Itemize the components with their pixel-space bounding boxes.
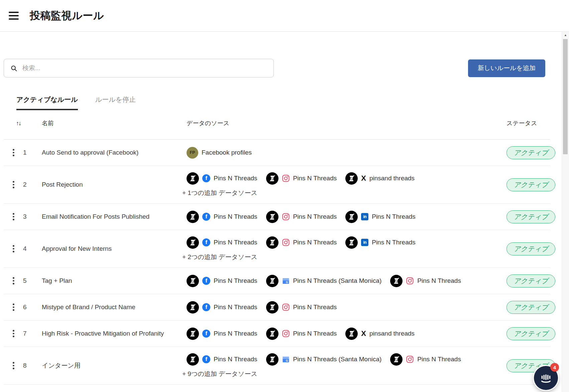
row-number: 2	[23, 181, 36, 188]
data-source: X pinsand threads	[345, 172, 415, 185]
pins-n-threads-avatar	[266, 236, 278, 249]
row-menu-button[interactable]	[13, 361, 21, 371]
table-row[interactable]: 4 Approval for New Interns	[4, 230, 550, 268]
row-number: 7	[23, 330, 36, 337]
data-source-label: Pins N Threads	[293, 175, 337, 182]
pins-n-threads-avatar	[345, 211, 358, 223]
status-badge: アクティブ	[506, 274, 555, 287]
facebook-icon: f	[202, 330, 210, 338]
facebook-icon: f	[202, 355, 210, 363]
table-row[interactable]: 3 Email Notification For Posts Published	[4, 204, 550, 230]
table-row[interactable]: 5 Tag + Plan	[4, 268, 550, 294]
data-source: Pins N Threads	[266, 236, 337, 249]
row-menu-button[interactable]	[13, 212, 21, 222]
row-menu-button[interactable]	[13, 276, 21, 286]
data-source-label: Pins N Threads	[214, 175, 257, 182]
chat-unread-badge: 4	[550, 363, 559, 372]
sort-icon[interactable]: ↑↓	[16, 120, 36, 127]
rule-status-cell: アクティブ	[499, 146, 550, 159]
rule-status-cell: アクティブ	[499, 327, 550, 340]
tab-stopped-rules[interactable]: ルールを停止	[95, 95, 136, 110]
row-menu-button[interactable]	[13, 148, 21, 158]
status-badge: アクティブ	[506, 301, 555, 314]
data-source-label: Facebook profiles	[202, 149, 252, 156]
table-row[interactable]: 6 Mistype of Brand / Product Name	[4, 294, 550, 321]
pins-n-threads-avatar	[266, 353, 278, 366]
data-source-label: Pins N Threads (Santa Monica)	[293, 277, 382, 284]
pins-n-threads-avatar	[266, 275, 278, 287]
pins-n-threads-avatar	[266, 172, 278, 185]
instagram-icon	[406, 277, 414, 285]
instagram-icon	[282, 213, 290, 221]
search-box[interactable]	[4, 59, 274, 77]
data-source: Pins N Threads	[266, 211, 337, 223]
facebook-icon: f	[202, 303, 210, 311]
rule-status-cell: アクティブ	[499, 242, 550, 255]
scrollbar: ▲	[562, 32, 569, 392]
status-badge: アクティブ	[506, 178, 555, 191]
rule-name: Auto Send to approval (Facebook)	[36, 149, 182, 156]
hamburger-menu-icon[interactable]	[9, 12, 19, 20]
row-menu-button[interactable]	[13, 180, 21, 190]
data-source-label: Pins N Threads (Santa Monica)	[293, 356, 382, 363]
facebook-icon: f	[202, 277, 210, 285]
row-number: 1	[23, 149, 36, 156]
row-number: 6	[23, 304, 36, 311]
pins-n-threads-avatar	[187, 328, 199, 340]
rule-status-cell: アクティブ	[499, 210, 550, 223]
row-number: 3	[23, 213, 36, 220]
rule-status-cell: アクティブ	[499, 301, 550, 314]
pins-n-threads-avatar	[187, 211, 199, 223]
tab-active-rules[interactable]: アクティブなルール	[16, 95, 78, 110]
rule-name: Mistype of Brand / Product Name	[36, 304, 182, 311]
data-source-label: Pins N Threads	[417, 277, 461, 284]
google-business-icon: G	[282, 355, 290, 363]
row-number: 8	[23, 362, 36, 369]
column-header-name: 名前	[36, 119, 182, 127]
rule-sources-cell: f Pins N Threads	[182, 353, 499, 378]
linkedin-icon: in	[361, 213, 368, 220]
table-row[interactable]: 1 Auto Send to approval (Facebook) FP Fa…	[4, 140, 550, 166]
rule-sources-cell: f Pins N Threads	[182, 211, 499, 223]
search-input[interactable]	[22, 64, 267, 72]
x-icon: X	[361, 329, 366, 338]
rule-sources-cell: f Pins N Threads	[182, 275, 499, 287]
rule-name: Post Rejection	[36, 181, 182, 188]
table-row[interactable]: 7 High Risk - Proactive Mitigation of Pr…	[4, 321, 550, 347]
row-menu-button[interactable]	[13, 244, 21, 254]
data-source: Pins N Threads	[266, 172, 337, 185]
instagram-icon	[282, 174, 290, 182]
toolbar: 新しいルールを追加	[4, 59, 550, 77]
data-source-label: Pins N Threads	[214, 213, 257, 220]
table-row[interactable]: 2 Post Rejection	[4, 166, 550, 204]
table-row[interactable]: 8 インターン用	[4, 347, 550, 385]
add-rule-button[interactable]: 新しいルールを追加	[468, 59, 545, 77]
data-source-label: Pins N Threads	[214, 304, 257, 311]
pins-n-threads-avatar	[266, 328, 278, 340]
data-source-label: Pins N Threads	[214, 356, 257, 363]
x-icon: X	[361, 174, 366, 183]
row-menu-button[interactable]	[13, 329, 21, 339]
rule-name: インターン用	[36, 361, 182, 370]
chat-launcher-button[interactable]: 4	[534, 366, 558, 390]
google-business-icon: G	[282, 277, 290, 285]
scrollbar-thumb[interactable]	[563, 39, 568, 154]
row-menu-button[interactable]	[13, 302, 21, 312]
scrollbar-up-arrow[interactable]: ▲	[562, 32, 569, 38]
pins-n-threads-avatar	[390, 275, 403, 287]
main-content: 新しいルールを追加 アクティブなルール ルールを停止 ↑↓ 名前 データのソース…	[0, 32, 562, 392]
rule-name: Tag + Plan	[36, 277, 182, 284]
page-title: 投稿監視ルール	[30, 9, 104, 23]
search-icon	[10, 65, 17, 72]
data-source-label: Pins N Threads	[417, 356, 461, 363]
data-source: G Pins N Threads (Santa Monica)	[266, 275, 382, 287]
pins-n-threads-avatar	[345, 328, 358, 340]
facebook-icon: f	[202, 174, 210, 182]
pins-n-threads-avatar	[345, 236, 358, 249]
svg-text:G: G	[286, 280, 288, 284]
status-badge: アクティブ	[506, 242, 555, 255]
facebook-profiles-avatar: FP	[187, 147, 198, 159]
status-badge: アクティブ	[506, 146, 555, 159]
rule-sources-cell: f Pins N Threads	[182, 328, 499, 340]
app-header: 投稿監視ルール	[0, 0, 569, 32]
